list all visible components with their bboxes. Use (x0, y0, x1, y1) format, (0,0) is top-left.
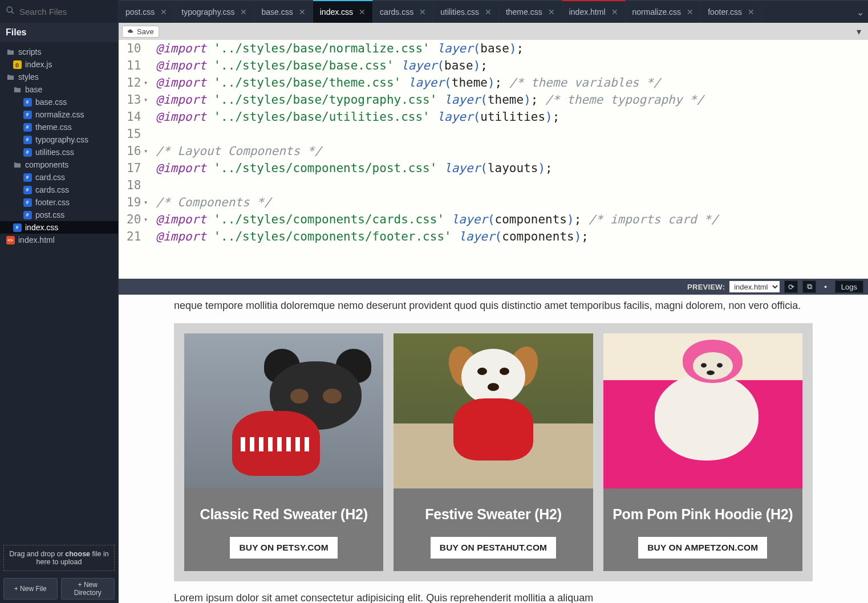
tree-item-post-css[interactable]: #post.css (0, 209, 118, 221)
preview-paragraph-top: neque tempore mollitia doloremque nemo d… (174, 298, 813, 314)
buy-button[interactable]: BUY ON PETSY.COM (230, 537, 337, 559)
close-icon[interactable]: ✕ (611, 7, 618, 17)
popout-icon: ⧉ (807, 282, 812, 291)
code-line[interactable] (156, 125, 718, 142)
new-file-button[interactable]: + New File (3, 578, 58, 600)
tab-theme-css[interactable]: theme.css✕ (499, 1, 562, 23)
card-strip: Classic Red Sweater (H2) BUY ON PETSY.CO… (174, 323, 813, 581)
tab-label: theme.css (506, 7, 542, 17)
tree-item-normalize-css[interactable]: #normalize.css (0, 108, 118, 121)
sidebar-bottom-buttons: + New File + New Directory (0, 575, 118, 603)
tree-item-index-html[interactable]: <>index.html (0, 234, 118, 246)
tab-label: index.html (569, 7, 606, 17)
tree-item-scripts[interactable]: scripts (0, 46, 118, 58)
card-image (184, 333, 383, 488)
code-line[interactable]: @import '../styles/components/post.css' … (156, 160, 718, 177)
tree-item-typography-css[interactable]: #typography.css (0, 133, 118, 146)
preview-file-select[interactable]: index.html (729, 281, 780, 292)
tree-item-label: base.css (35, 97, 67, 107)
close-icon[interactable]: ✕ (687, 7, 693, 17)
preview-logs-button[interactable]: Logs (835, 280, 863, 293)
tree-item-base-css[interactable]: #base.css (0, 96, 118, 108)
close-icon[interactable]: ✕ (548, 7, 555, 17)
tree-item-theme-css[interactable]: #theme.css (0, 121, 118, 133)
line-number: 17 (127, 160, 148, 177)
tabs-overflow-button[interactable]: ⌄ (852, 1, 868, 23)
tab-typography-css[interactable]: typography.css✕ (175, 1, 254, 23)
close-icon[interactable]: ✕ (240, 7, 247, 17)
product-card: Classic Red Sweater (H2) BUY ON PETSY.CO… (184, 333, 383, 571)
tree-item-label: normalize.css (35, 110, 84, 119)
search-icon (6, 6, 19, 17)
css-file-icon: # (23, 210, 32, 219)
reload-icon: ⟳ (788, 283, 794, 291)
preview-pane[interactable]: neque tempore mollitia doloremque nemo d… (119, 295, 868, 603)
code-content[interactable]: @import '../styles/base/normalize.css' l… (151, 40, 718, 245)
code-line[interactable]: @import '../styles/base/base.css' layer(… (156, 57, 718, 74)
tree-item-label: base (25, 85, 42, 94)
close-icon[interactable]: ✕ (748, 7, 755, 17)
tab-index-html[interactable]: index.html✕ (562, 0, 626, 23)
tab-cards-css[interactable]: cards.css✕ (373, 1, 433, 23)
line-number: 21 (127, 228, 148, 245)
tree-item-label: typography.css (35, 135, 88, 144)
new-directory-button[interactable]: + New Directory (61, 578, 115, 600)
code-line[interactable]: @import '../styles/base/normalize.css' l… (156, 40, 718, 57)
toolbar-more-icon[interactable]: ▾ (853, 26, 865, 37)
css-file-icon: # (23, 198, 32, 207)
tab-utilities-css[interactable]: utilities.css✕ (433, 1, 499, 23)
line-number: 16▾ (127, 142, 148, 160)
folder-icon (13, 85, 22, 94)
save-button[interactable]: Save (122, 26, 159, 38)
tab-index-css[interactable]: index.css✕ (313, 0, 373, 23)
close-icon[interactable]: ✕ (485, 7, 492, 17)
code-line[interactable]: @import '../styles/components/footer.css… (156, 228, 718, 245)
tree-item-card-css[interactable]: #card.css (0, 171, 118, 184)
tab-post-css[interactable]: post.css✕ (119, 1, 175, 23)
dropzone-choose-link[interactable]: choose (65, 550, 90, 558)
tree-item-utilities-css[interactable]: #utilities.css (0, 146, 118, 158)
code-line[interactable]: @import '../styles/base/theme.css' layer… (156, 74, 718, 91)
code-line[interactable]: /* Layout Components */ (156, 142, 718, 160)
close-icon[interactable]: ✕ (299, 7, 306, 17)
code-line[interactable]: @import '../styles/components/cards.css'… (156, 211, 718, 228)
tree-item-base[interactable]: base (0, 83, 118, 96)
search-input[interactable] (19, 7, 112, 17)
tree-item-styles[interactable]: styles (0, 71, 118, 83)
html-file-icon: <> (6, 235, 15, 245)
code-line[interactable]: /* Components */ (156, 194, 718, 211)
preview-popout-button[interactable]: ⧉ (802, 280, 816, 293)
tree-item-label: card.css (35, 173, 65, 182)
css-file-icon: # (23, 148, 32, 157)
files-panel-header: Files (0, 23, 118, 42)
save-label: Save (137, 27, 154, 36)
buy-button[interactable]: BUY ON AMPETZON.COM (638, 537, 767, 559)
code-line[interactable] (156, 177, 718, 194)
css-file-icon: # (23, 97, 32, 107)
tree-item-components[interactable]: components (0, 158, 118, 171)
tree-item-index-js[interactable]: ()index.js (0, 58, 118, 71)
tab-normalize-css[interactable]: normalize.css✕ (626, 1, 701, 23)
tree-item-cards-css[interactable]: #cards.css (0, 184, 118, 196)
close-icon[interactable]: ✕ (419, 7, 426, 17)
close-icon[interactable]: ✕ (359, 7, 366, 17)
css-file-icon: # (23, 123, 32, 132)
tab-label: footer.css (708, 7, 742, 17)
drop-zone[interactable]: Drag and drop or choose file in here to … (3, 545, 115, 571)
buy-button[interactable]: BUY ON PESTAHUT.COM (431, 537, 556, 559)
tab-footer-css[interactable]: footer.css✕ (701, 1, 762, 23)
tree-item-index-css[interactable]: #index.css (0, 221, 118, 234)
css-file-icon: # (23, 185, 32, 194)
js-file-icon: () (13, 60, 22, 69)
close-icon[interactable]: ✕ (160, 7, 167, 17)
tree-item-label: cards.css (35, 185, 69, 194)
code-line[interactable]: @import '../styles/base/typography.css' … (156, 91, 718, 108)
tab-base-css[interactable]: base.css✕ (254, 1, 313, 23)
line-number: 19▾ (127, 194, 148, 211)
preview-reload-button[interactable]: ⟳ (784, 280, 798, 293)
code-editor[interactable]: 10 11 12▾13▾14 15 16▾17 18 19▾20▾21 @imp… (119, 40, 868, 279)
sidebar: Files scripts()index.jsstylesbase#base.c… (0, 0, 119, 603)
tree-item-footer-css[interactable]: #footer.css (0, 196, 118, 209)
line-number: 12▾ (127, 74, 148, 91)
code-line[interactable]: @import '../styles/base/utilities.css' l… (156, 108, 718, 125)
